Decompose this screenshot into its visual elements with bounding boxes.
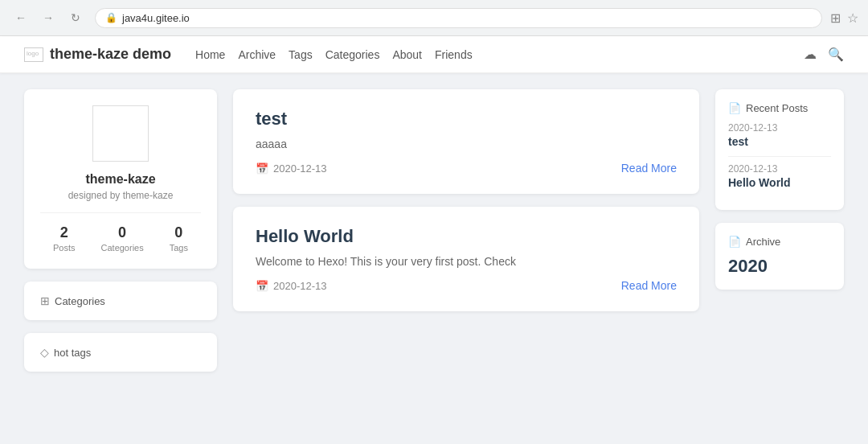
nav-tags[interactable]: Tags bbox=[289, 48, 313, 61]
top-nav: logo theme-kaze demo Home Archive Tags C… bbox=[0, 36, 868, 73]
divider-1 bbox=[728, 156, 831, 157]
forward-button[interactable]: → bbox=[37, 6, 59, 29]
reload-button[interactable]: ↻ bbox=[64, 6, 87, 29]
profile-description: designed by theme-kaze bbox=[40, 190, 201, 201]
post-card-1: test aaaaa 📅 2020-12-13 Read More bbox=[233, 89, 699, 194]
extensions-icon[interactable]: ⊞ bbox=[830, 10, 841, 26]
search-icon[interactable]: 🔍 bbox=[828, 47, 844, 62]
post-1-read-more[interactable]: Read More bbox=[621, 162, 677, 175]
categories-icon: ⊞ bbox=[40, 294, 50, 307]
nav-links: Home Archive Tags Categories About Frien… bbox=[195, 48, 473, 61]
main-layout: theme-kaze designed by theme-kaze 2 Post… bbox=[0, 73, 868, 388]
address-bar[interactable]: 🔒 java4u.gitee.io bbox=[95, 8, 822, 28]
profile-stats: 2 Posts 0 Categories 0 Tags bbox=[40, 212, 201, 253]
nav-categories[interactable]: Categories bbox=[326, 48, 380, 61]
post-2-footer: 📅 2020-12-13 Read More bbox=[256, 279, 677, 292]
right-sidebar: 📄 Recent Posts 2020-12-13 test 2020-12-1… bbox=[715, 89, 844, 372]
hot-tags-title: ◇ hot tags bbox=[40, 346, 201, 359]
nav-friends[interactable]: Friends bbox=[435, 48, 473, 61]
calendar-icon-2: 📅 bbox=[256, 280, 268, 292]
profile-card: theme-kaze designed by theme-kaze 2 Post… bbox=[24, 89, 217, 269]
post-1-title: test bbox=[256, 109, 677, 130]
browser-chrome: ← → ↻ 🔒 java4u.gitee.io ⊞ ☆ bbox=[0, 0, 868, 36]
recent-posts-widget: 📄 Recent Posts 2020-12-13 test 2020-12-1… bbox=[715, 89, 844, 210]
url-text: java4u.gitee.io bbox=[122, 12, 812, 24]
post-2-title: Hello World bbox=[256, 226, 677, 247]
post-2-date: 📅 2020-12-13 bbox=[256, 280, 327, 292]
logo-image: logo bbox=[24, 47, 43, 62]
categories-title: ⊞ Categories bbox=[40, 294, 201, 307]
cloud-icon[interactable]: ☁ bbox=[804, 47, 817, 62]
profile-name: theme-kaze bbox=[40, 172, 201, 187]
recent-posts-title: 📄 Recent Posts bbox=[728, 102, 831, 114]
post-1-date: 📅 2020-12-13 bbox=[256, 162, 327, 175]
hot-tags-icon: ◇ bbox=[40, 346, 49, 359]
browser-nav-buttons: ← → ↻ bbox=[10, 6, 87, 29]
nav-about[interactable]: About bbox=[392, 48, 422, 61]
stat-tags: 0 Tags bbox=[170, 224, 188, 253]
archive-title: 📄 Archive bbox=[728, 236, 831, 248]
hot-tags-widget: ◇ hot tags bbox=[24, 333, 217, 372]
stat-tags-num: 0 bbox=[170, 224, 188, 241]
stat-posts-label: Posts bbox=[53, 243, 76, 253]
browser-action-icons: ⊞ ☆ bbox=[830, 10, 858, 26]
stat-categories-label: Categories bbox=[101, 243, 144, 253]
lock-icon: 🔒 bbox=[105, 12, 117, 23]
post-2-date-text: 2020-12-13 bbox=[273, 280, 327, 292]
post-card-2: Hello World Welcome to Hexo! This is you… bbox=[233, 207, 699, 311]
center-content: test aaaaa 📅 2020-12-13 Read More Hello … bbox=[233, 89, 699, 372]
archive-widget: 📄 Archive 2020 bbox=[715, 223, 844, 290]
bookmark-icon[interactable]: ☆ bbox=[847, 10, 858, 26]
post-2-excerpt: Welcome to Hexo! This is your very first… bbox=[256, 255, 677, 268]
post-2-read-more[interactable]: Read More bbox=[621, 279, 677, 292]
recent-post-1: 2020-12-13 test bbox=[728, 122, 831, 148]
nav-home[interactable]: Home bbox=[195, 48, 225, 61]
profile-image bbox=[92, 105, 149, 162]
stat-categories: 0 Categories bbox=[101, 224, 144, 253]
stat-posts-num: 2 bbox=[53, 224, 76, 241]
left-sidebar: theme-kaze designed by theme-kaze 2 Post… bbox=[24, 89, 217, 372]
recent-post-2-title[interactable]: Hello World bbox=[728, 176, 831, 189]
stat-categories-num: 0 bbox=[101, 224, 144, 241]
recent-post-2-date: 2020-12-13 bbox=[728, 163, 831, 175]
post-1-excerpt: aaaaa bbox=[256, 138, 677, 150]
recent-post-1-title[interactable]: test bbox=[728, 135, 831, 148]
recent-post-1-date: 2020-12-13 bbox=[728, 122, 831, 134]
post-1-footer: 📅 2020-12-13 Read More bbox=[256, 162, 677, 175]
back-button[interactable]: ← bbox=[10, 6, 32, 29]
post-1-date-text: 2020-12-13 bbox=[273, 162, 327, 175]
site-title: theme-kaze demo bbox=[50, 46, 171, 63]
archive-icon: 📄 bbox=[728, 236, 741, 248]
archive-year-2020[interactable]: 2020 bbox=[728, 256, 831, 277]
nav-archive[interactable]: Archive bbox=[238, 48, 276, 61]
recent-posts-icon: 📄 bbox=[728, 102, 741, 114]
logo-area: logo theme-kaze demo bbox=[24, 46, 171, 63]
calendar-icon-1: 📅 bbox=[256, 162, 268, 175]
recent-post-2: 2020-12-13 Hello World bbox=[728, 163, 831, 189]
categories-widget: ⊞ Categories bbox=[24, 282, 217, 320]
nav-icons: ☁ 🔍 bbox=[804, 47, 844, 62]
stat-tags-label: Tags bbox=[170, 243, 188, 253]
stat-posts: 2 Posts bbox=[53, 224, 76, 253]
